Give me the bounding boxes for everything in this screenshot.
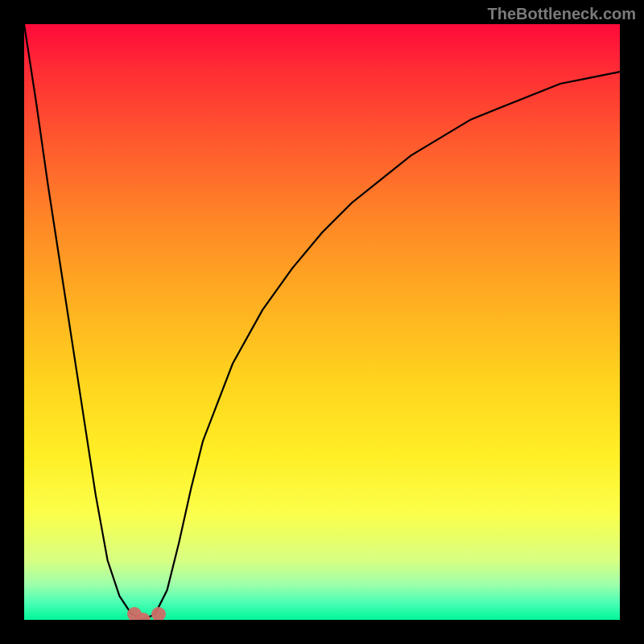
plot-hitbox[interactable] (24, 24, 620, 620)
attribution-link[interactable]: TheBottleneck.com (488, 5, 636, 23)
chart-frame: TheBottleneck.com (0, 0, 644, 644)
plot-area[interactable] (24, 24, 620, 620)
